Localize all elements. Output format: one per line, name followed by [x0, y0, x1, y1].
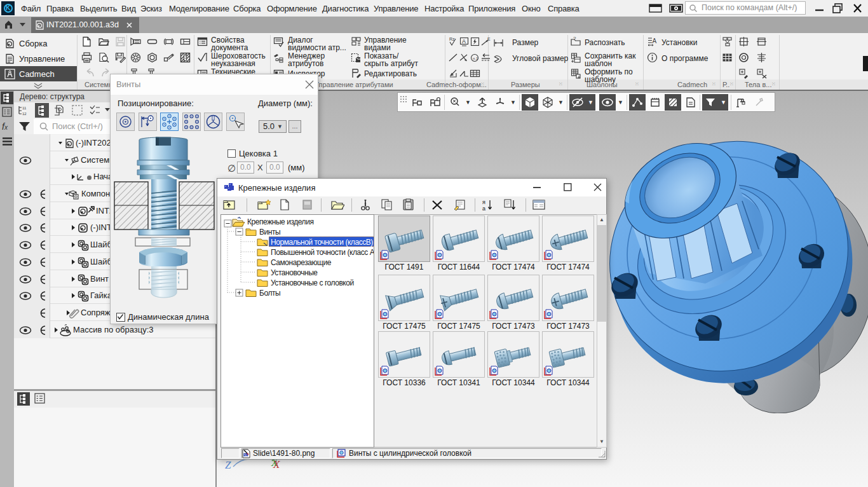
- svg-text:11: 11: [22, 106, 27, 110]
- svg-text:а: а: [482, 205, 485, 212]
- svg-text:A: A: [653, 38, 657, 45]
- svg-text:12: 12: [22, 112, 27, 116]
- svg-text:я: я: [482, 199, 485, 205]
- svg-text:A: A: [462, 38, 466, 45]
- svg-text:SLD: SLD: [244, 454, 250, 457]
- svg-text:E: E: [487, 37, 491, 41]
- svg-text:?: ?: [573, 36, 576, 41]
- svg-text:п.1: п.1: [473, 57, 478, 60]
